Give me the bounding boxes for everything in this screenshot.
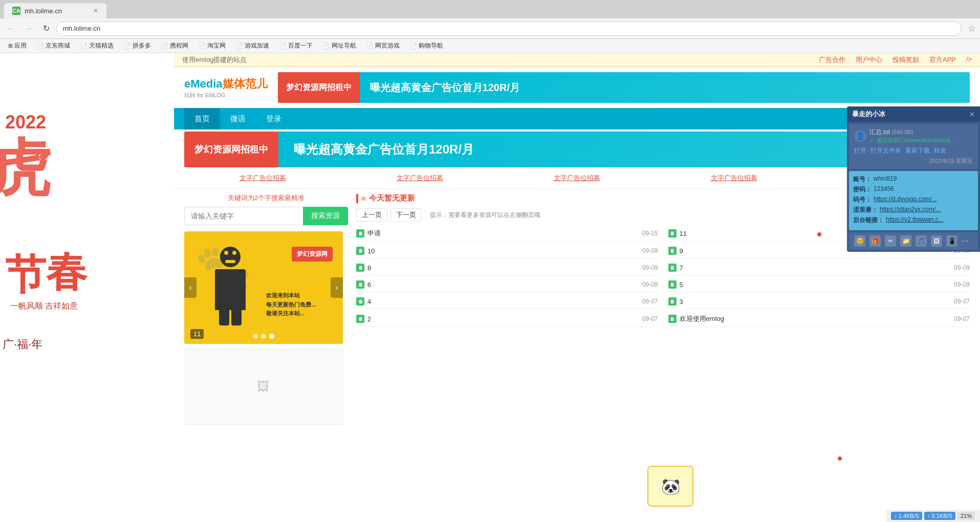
article-count-date-3: 09-09 xyxy=(954,281,970,288)
article-title-4[interactable]: 4 xyxy=(367,298,639,306)
bookmark-apps[interactable]: ⊞ 应用 xyxy=(4,40,31,51)
speed-up-indicator: ↑ 0.1KB/S xyxy=(924,512,955,520)
article-date-1: 09-09 xyxy=(642,247,658,254)
download-file-info: 汇总.txt (686.0B) xyxy=(869,128,955,137)
forward-button-dl[interactable]: 转发 xyxy=(934,146,946,155)
nav-weibo[interactable]: 微语 xyxy=(220,108,256,129)
back-button[interactable]: ← xyxy=(4,21,18,36)
article-emlog[interactable]: 欢迎使用emlog xyxy=(680,314,951,323)
next-page-button[interactable]: 下一页 xyxy=(390,208,422,222)
slide-next-button[interactable]: › xyxy=(331,277,343,298)
prev-page-button[interactable]: 上一页 xyxy=(356,208,387,222)
top-notice-text: 使用emlog搭建的站点 xyxy=(182,55,247,64)
open-folder-button[interactable]: 打开文件夹 xyxy=(870,146,901,155)
gift-icon[interactable]: 🎁 xyxy=(869,235,881,247)
top-link-code[interactable]: /> xyxy=(966,55,972,64)
tab-close[interactable]: ✕ xyxy=(93,7,98,14)
bookmark-wg-label: 网页游戏 xyxy=(375,41,400,50)
table-row: 📋 3 09-07 xyxy=(668,294,970,309)
slide-prev-button[interactable]: ‹ xyxy=(184,277,197,298)
bookmark-tmall[interactable]: 📄 天猫精选 xyxy=(76,40,118,51)
bookmark-shopping[interactable]: 📄 购物导航 xyxy=(406,40,447,51)
bookmark-baidu[interactable]: 📄 百度一下 xyxy=(275,40,317,51)
table-row: 📋 2 09-07 xyxy=(356,311,658,327)
slide-description: 欢迎来到本站 每天更新热门免费... 敬请关注本站... xyxy=(266,291,316,318)
scissors-icon[interactable]: ✂ xyxy=(885,235,896,247)
header-banner-red: 梦幻资源网招租中 xyxy=(278,72,360,103)
bookmark-tb-label: 淘宝网 xyxy=(207,41,226,50)
refresh-button[interactable]: ↻ xyxy=(39,21,53,36)
folder-icon[interactable]: 📁 xyxy=(900,235,911,247)
article-title-1[interactable]: 10 xyxy=(367,247,639,255)
top-link-user[interactable]: 用户中心 xyxy=(856,55,882,64)
bookmark-star[interactable]: ☆ xyxy=(968,23,976,34)
image-icon[interactable]: 🖼 xyxy=(931,235,942,247)
slide-dot-2[interactable] xyxy=(261,334,266,339)
bookmark-pinduoduo[interactable]: 📄 拼多多 xyxy=(120,40,155,51)
article-icon-4: 📋 xyxy=(356,297,364,306)
bookmark-game-speed[interactable]: 📄 游戏加速 xyxy=(232,40,273,51)
forward-button[interactable]: → xyxy=(21,21,36,36)
open-file-button[interactable]: 打开 xyxy=(854,146,866,155)
download-actions: 打开 打开文件夹 重新下载 转发 xyxy=(854,146,973,155)
today-title-bar xyxy=(356,194,358,203)
emoji-icon[interactable]: 😊 xyxy=(854,235,865,247)
article-icon-0: 📋 xyxy=(356,229,364,237)
today-title-text: 今天暂无更新 xyxy=(369,193,415,203)
header-banner-red-text: 梦幻资源网招租中 xyxy=(286,82,352,93)
bookmark-nav[interactable]: 📄 网址导航 xyxy=(319,40,360,51)
cred-backend-row: 后台链接： https://v2.tbaiwan.c... xyxy=(853,216,974,225)
backend-link[interactable]: https://v2.tbaiwan.c... xyxy=(886,216,944,223)
bookmark-jd[interactable]: 📄 京东商城 xyxy=(33,40,74,51)
slide-text-box: 梦幻资源网 xyxy=(292,247,333,262)
redownload-button[interactable]: 重新下载 xyxy=(905,146,930,155)
top-link-submit[interactable]: 投稿奖励 xyxy=(892,55,919,64)
bookmark-shop-label: 购物导航 xyxy=(419,41,443,50)
search-button[interactable]: 搜索资源 xyxy=(303,207,348,225)
slide-text1: 梦幻资源网 xyxy=(297,250,328,258)
header-banner[interactable]: 梦幻资源网招租中 曝光超高黄金广告位首月120R/月 xyxy=(278,72,970,103)
article-title-2[interactable]: 8 xyxy=(367,264,639,272)
ad-link-4[interactable]: 文字广告位招募 xyxy=(656,171,813,185)
music-icon[interactable]: 🎵 xyxy=(916,235,927,247)
bookmark-web-games[interactable]: 📄 网页游戏 xyxy=(362,40,404,51)
article-icon-1: 📋 xyxy=(356,247,364,255)
article-title-3[interactable]: 6 xyxy=(367,281,639,289)
slide-dots xyxy=(253,334,274,339)
account-label: 账号： xyxy=(853,175,872,184)
article-title-0[interactable]: 申请 xyxy=(367,229,639,238)
bookmark-taobao[interactable]: 📄 淘宝网 xyxy=(194,40,230,51)
xc-icon: 📄 xyxy=(161,42,168,49)
slide-dot-3[interactable] xyxy=(269,334,274,339)
address-bar[interactable]: mh.lolime.cn xyxy=(56,21,962,36)
code-link[interactable]: https://d.dyvsgg.com/... xyxy=(874,195,937,203)
check-icon: ✓ xyxy=(869,137,874,144)
bookmark-xiecheng[interactable]: 📄 携程网 xyxy=(157,40,192,51)
top-link-app[interactable]: 官方APP xyxy=(929,55,956,64)
browser-tab[interactable]: CA mh.lolime.cn ✕ xyxy=(4,3,106,18)
download-item-top: 👤 汇总.txt (686.0B) ✓ 成功存至C:\Users\Adminis… xyxy=(854,128,973,144)
ad-link-1[interactable]: 文字广告位招募 xyxy=(184,171,341,185)
article-icon-5: 📋 xyxy=(356,315,364,323)
nav-home[interactable]: 首页 xyxy=(184,108,220,129)
article-count-3[interactable]: 5 xyxy=(680,281,951,289)
resource-link[interactable]: https://sltan2yx.com/... xyxy=(880,206,941,213)
article-count-4[interactable]: 3 xyxy=(680,298,951,306)
slide-number: 11 xyxy=(190,329,204,339)
ad-link-2[interactable]: 文字广告位招募 xyxy=(341,171,498,185)
ad-link-3[interactable]: 文字广告位招募 xyxy=(498,171,656,185)
article-icon-3: 📋 xyxy=(356,280,364,289)
phone-icon[interactable]: 📱 xyxy=(946,235,957,247)
top-link-ad[interactable]: 广告合作 xyxy=(819,55,845,64)
panel-close-icon[interactable]: ✕ xyxy=(969,111,975,118)
slide-dot-1[interactable] xyxy=(253,334,258,339)
article-title-5[interactable]: 2 xyxy=(367,315,639,323)
table-row: 📋 6 09-09 xyxy=(356,277,658,292)
more-icon[interactable]: ··· xyxy=(962,236,968,246)
nav-login[interactable]: 登录 xyxy=(256,108,292,129)
logo-subtitle: 玩转 for EMLOG xyxy=(184,92,268,99)
search-input[interactable] xyxy=(184,207,303,225)
bookmark-gs-label: 游戏加速 xyxy=(245,41,269,50)
article-count-2[interactable]: 7 xyxy=(680,264,951,272)
tmall-icon: 📄 xyxy=(80,42,88,49)
